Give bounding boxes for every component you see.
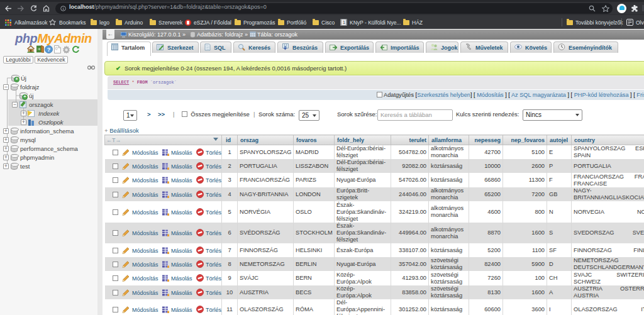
- svg-text:?: ?: [47, 47, 51, 53]
